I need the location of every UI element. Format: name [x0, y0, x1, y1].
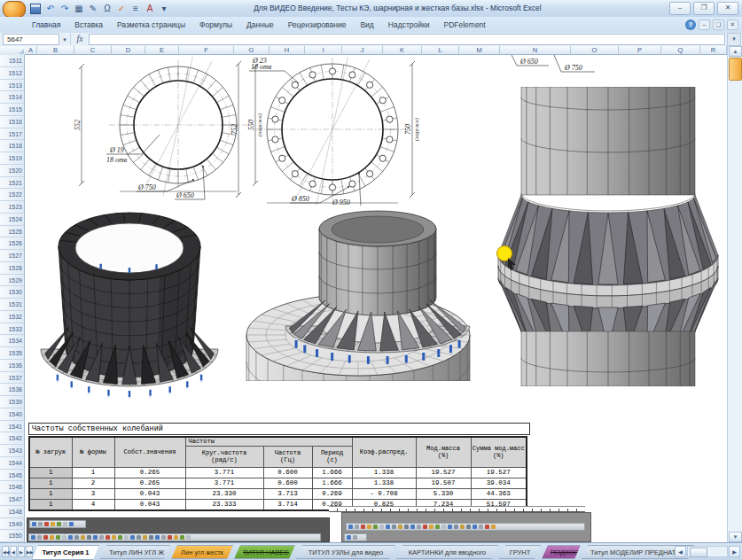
scroll-left-icon[interactable]: ◀ — [675, 546, 686, 557]
row-header-1548[interactable]: 1548 — [0, 506, 25, 518]
workbook-minimize-button[interactable]: – — [699, 19, 710, 30]
column-header-E[interactable]: E — [145, 46, 179, 55]
row-header-1519[interactable]: 1519 — [0, 152, 25, 165]
borders-icon[interactable]: ▦ — [73, 3, 85, 15]
row-header-1547[interactable]: 1547 — [0, 494, 25, 506]
ribbon-tab-1[interactable]: Главная — [25, 17, 67, 33]
row-header-1531[interactable]: 1531 — [0, 299, 25, 311]
row-header-1514[interactable]: 1514 — [0, 91, 25, 104]
row-header-1513[interactable]: 1513 — [0, 80, 25, 92]
ribbon-tab-9[interactable]: PDFelement — [436, 17, 492, 33]
row-header-1518[interactable]: 1518 — [0, 140, 25, 152]
row-header-1526[interactable]: 1526 — [0, 237, 25, 250]
vertical-scrollbar[interactable]: ▲ ▼ — [727, 46, 742, 542]
row-header-1528[interactable]: 1528 — [0, 262, 25, 275]
check-icon[interactable]: ✓ — [115, 3, 128, 15]
formula-bar-expand-icon[interactable]: ▾ — [727, 33, 741, 46]
row-header-1534[interactable]: 1534 — [0, 335, 25, 347]
row-header-1549[interactable]: 1549 — [0, 518, 25, 531]
close-button[interactable]: ✕ — [717, 2, 738, 15]
fe-model-middle[interactable] — [245, 209, 473, 381]
column-header-D[interactable]: D — [112, 46, 145, 55]
column-header-A[interactable]: A — [25, 46, 37, 55]
sheet-tab-1[interactable]: Титул Серия 1 — [32, 545, 99, 560]
sheet-tab-4[interactable]: ТИТУЛ НАВЕС — [234, 545, 295, 559]
sheet-tab-7[interactable]: ГРУНТ — [499, 545, 541, 559]
vertical-scroll-thumb[interactable] — [729, 58, 742, 81]
horizontal-scrollbar[interactable]: ◀ ▶ — [675, 546, 740, 557]
row-header-1523[interactable]: 1523 — [0, 201, 25, 214]
diameter-callouts-top-right[interactable]: Ø 650Ø 750 — [510, 55, 625, 74]
ribbon-tab-5[interactable]: Данные — [239, 17, 281, 33]
column-header-P[interactable]: P — [619, 46, 661, 55]
formula-input[interactable] — [89, 34, 725, 45]
row-header-1539[interactable]: 1539 — [0, 396, 25, 408]
ribbon-tab-4[interactable]: Формулы — [192, 17, 239, 33]
scroll-right-icon[interactable]: ▶ — [729, 546, 740, 557]
ribbon-tab-2[interactable]: Вставка — [67, 17, 110, 33]
column-header-R[interactable]: R — [700, 46, 727, 55]
prev-sheet-icon[interactable]: ◀ — [10, 546, 17, 557]
pencil-icon[interactable]: ✎ — [87, 3, 99, 15]
row-header-1520[interactable]: 1520 — [0, 165, 25, 177]
freq-table[interactable]: № загруж№ формыСобст.значенияЧастотыКоэф… — [28, 436, 527, 511]
sheet-tab-2[interactable]: Титул ЛИН УГЛ Ж — [100, 545, 170, 559]
workbook-close-button[interactable]: ✕ — [727, 19, 738, 30]
row-header-1543[interactable]: 1543 — [0, 445, 25, 457]
row-header-1550[interactable]: 1550 — [0, 530, 25, 542]
column-header-M[interactable]: M — [459, 46, 500, 55]
row-header-1541[interactable]: 1541 — [0, 421, 25, 433]
workbook-restore-button[interactable]: ❑ — [713, 19, 724, 30]
horizontal-scroll-thumb[interactable] — [690, 548, 707, 557]
ribbon-tab-6[interactable]: Рецензирование — [281, 17, 354, 33]
scroll-down-icon[interactable]: ▼ — [729, 532, 742, 542]
redo-icon[interactable]: ↷ — [59, 3, 71, 15]
minimize-button[interactable]: – — [669, 2, 691, 15]
row-header-1542[interactable]: 1542 — [0, 432, 25, 445]
next-sheet-icon[interactable]: ▶ — [18, 546, 25, 557]
ribbon-tab-3[interactable]: Разметка страницы — [110, 17, 192, 33]
row-header-1533[interactable]: 1533 — [0, 323, 25, 336]
row-header-1540[interactable]: 1540 — [0, 408, 25, 421]
column-header-I[interactable]: I — [305, 46, 342, 55]
sheet-tab-6[interactable]: КАРТИНКИ для вводного — [396, 545, 498, 559]
row-header-1511[interactable]: 1511 — [0, 55, 25, 67]
fe-model-left[interactable] — [37, 202, 222, 404]
align-icon[interactable]: ≡ — [129, 3, 142, 15]
first-sheet-icon[interactable]: ◀◀ — [2, 546, 9, 557]
embedded-toolbar-screenshot-left[interactable] — [27, 517, 330, 542]
column-header-Q[interactable]: Q — [661, 46, 700, 55]
row-header-1535[interactable]: 1535 — [0, 347, 25, 360]
row-header-1515[interactable]: 1515 — [0, 104, 25, 116]
row-header-1527[interactable]: 1527 — [0, 250, 25, 262]
cells-grid[interactable]: 552550(наружн)Ø 750Ø 650Ø 1918 отв 75275… — [25, 55, 727, 542]
name-box-dropdown-icon[interactable]: ▾ — [59, 34, 70, 45]
flange-drawing-right[interactable]: 752750(наружн)Ø 850Ø 950Ø 2318 отв — [215, 57, 421, 206]
row-header-1544[interactable]: 1544 — [0, 457, 25, 470]
column-header-O[interactable]: O — [571, 46, 619, 55]
sheet-tab-8[interactable]: ПОДКОСЫ — [542, 545, 581, 559]
column-header-J[interactable]: J — [342, 46, 383, 55]
row-header-1529[interactable]: 1529 — [0, 275, 25, 287]
column-header-N[interactable]: N — [500, 46, 571, 55]
omega-icon[interactable]: Ω — [101, 3, 113, 15]
scroll-up-icon[interactable]: ▲ — [729, 46, 742, 57]
fe-model-right[interactable] — [495, 87, 722, 386]
help-icon[interactable]: ? — [685, 19, 696, 30]
column-header-H[interactable]: H — [269, 46, 305, 55]
sheet-tab-5[interactable]: ТИТУЛ УЗЛЫ для видео — [296, 545, 395, 559]
sheet-tab-3[interactable]: Лин угл жестк — [171, 545, 233, 559]
undo-icon[interactable]: ↶ — [44, 3, 57, 15]
row-header-1545[interactable]: 1545 — [0, 470, 25, 482]
column-header-C[interactable]: C — [74, 46, 112, 55]
row-header-1536[interactable]: 1536 — [0, 360, 25, 372]
column-header-K[interactable]: K — [383, 46, 422, 55]
row-header-1521[interactable]: 1521 — [0, 177, 25, 190]
font-color-icon[interactable]: A — [144, 3, 156, 15]
save-icon[interactable] — [30, 4, 41, 14]
row-header-1525[interactable]: 1525 — [0, 226, 25, 238]
horizontal-scroll-track[interactable] — [687, 546, 728, 557]
ribbon-tab-7[interactable]: Вид — [353, 17, 380, 33]
row-header-1530[interactable]: 1530 — [0, 286, 25, 299]
row-header-1512[interactable]: 1512 — [0, 67, 25, 80]
